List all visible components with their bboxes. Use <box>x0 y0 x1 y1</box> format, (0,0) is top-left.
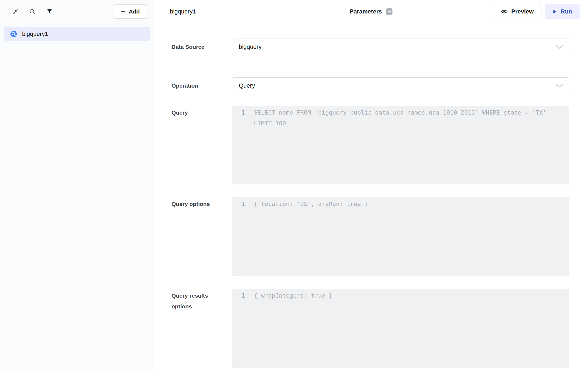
query-form: Data Source bigquery Operation Query <box>154 23 588 372</box>
query-row: Query 1 SELECT name FROM `bigquery-publi… <box>172 106 569 184</box>
run-button-label: Run <box>561 8 572 15</box>
page-title: bigquery1 <box>170 8 196 15</box>
query-results-options-row: Query results options 1 { wrapIntegers: … <box>172 289 569 368</box>
query-label: Query <box>172 106 232 118</box>
parameters-group: Parameters <box>350 8 393 15</box>
preview-button-label: Preview <box>511 8 534 15</box>
query-results-options-code-editor[interactable]: 1 { wrapIntegers: true } <box>232 289 569 368</box>
plus-icon <box>120 9 126 14</box>
data-source-label: Data Source <box>172 44 232 50</box>
query-options-label: Query options <box>172 197 232 209</box>
operation-label: Operation <box>172 82 232 89</box>
query-options-code-editor[interactable]: 1 { location: 'US', dryRun: true } <box>232 197 569 276</box>
line-number: 1 <box>232 199 254 209</box>
eye-icon <box>501 9 508 14</box>
sidebar-item-label: bigquery1 <box>22 30 48 37</box>
sidebar-header: Add <box>0 0 154 23</box>
add-button[interactable]: Add <box>113 4 147 19</box>
main-header: bigquery1 Parameters Preview <box>154 0 588 23</box>
run-button[interactable]: Run <box>545 4 580 19</box>
add-parameter-button[interactable] <box>386 8 392 15</box>
line-number: 1 <box>232 107 254 118</box>
main-panel: bigquery1 Parameters Preview <box>154 0 588 372</box>
data-source-row: Data Source bigquery <box>172 39 569 55</box>
query-results-options-label: Query results options <box>172 289 232 312</box>
collapse-icon[interactable] <box>10 6 20 17</box>
chevron-down-icon <box>556 45 563 49</box>
line-number: 1 <box>232 290 254 301</box>
operation-value: Query <box>239 82 255 89</box>
preview-button[interactable]: Preview <box>493 4 541 19</box>
query-list: bigquery1 <box>0 23 154 44</box>
search-icon[interactable] <box>27 6 38 17</box>
filter-icon[interactable] <box>44 6 55 17</box>
operation-select[interactable]: Query <box>232 77 569 94</box>
play-icon <box>552 9 557 14</box>
sidebar-item-bigquery1[interactable]: bigquery1 <box>4 27 150 41</box>
query-options-row: Query options 1 { location: 'US', dryRun… <box>172 197 569 276</box>
query-placeholder: SELECT name FROM `bigquery-public-data.u… <box>254 107 569 129</box>
query-code-editor[interactable]: 1 SELECT name FROM `bigquery-public-data… <box>232 106 569 184</box>
chevron-down-icon <box>556 84 563 88</box>
query-results-options-placeholder: { wrapIntegers: true } <box>254 290 569 301</box>
header-actions: Preview Run <box>493 4 580 19</box>
bigquery-icon <box>10 30 18 38</box>
add-button-label: Add <box>129 8 140 15</box>
parameters-label: Parameters <box>350 8 382 15</box>
query-options-placeholder: { location: 'US', dryRun: true } <box>254 199 569 209</box>
sidebar: Add bigquery1 <box>0 0 154 372</box>
data-source-value: bigquery <box>239 43 261 50</box>
operation-row: Operation Query <box>172 77 569 94</box>
data-source-select[interactable]: bigquery <box>232 39 569 55</box>
